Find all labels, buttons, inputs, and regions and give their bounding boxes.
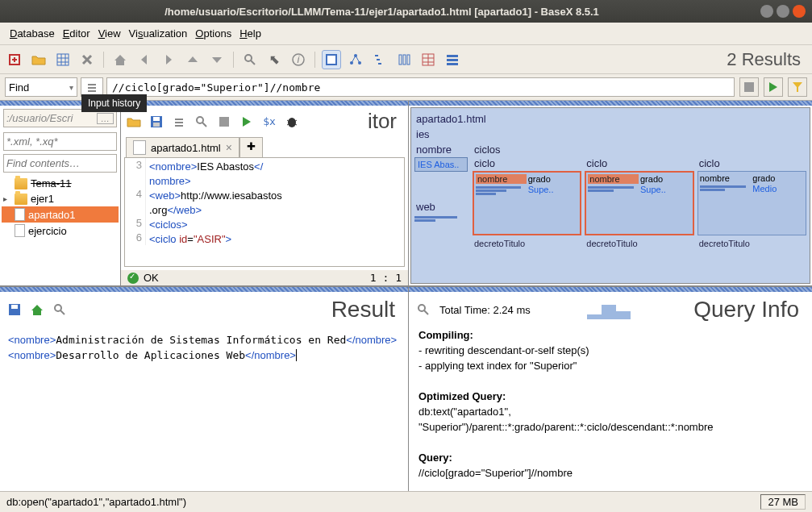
explore-view-icon[interactable] xyxy=(443,50,462,69)
svg-rect-34 xyxy=(88,84,96,85)
visualization-pane: apartado1.html ies nombre IES Abas.. web… xyxy=(409,101,812,285)
svg-line-11 xyxy=(251,60,255,65)
svg-rect-39 xyxy=(153,117,160,121)
svg-rect-36 xyxy=(88,90,96,92)
open-button[interactable] xyxy=(29,50,48,69)
nav-back-icon[interactable] xyxy=(135,50,154,69)
nav-up-icon[interactable] xyxy=(183,50,202,69)
tab-close-icon[interactable]: × xyxy=(226,141,232,154)
file-icon xyxy=(133,140,146,155)
window-title: /home/usuario/Escritorio/LLMM/Tema-11/ej… xyxy=(6,6,757,18)
timing-spark xyxy=(587,300,631,319)
svg-rect-33 xyxy=(447,63,458,65)
svg-rect-35 xyxy=(88,87,96,89)
debug-icon[interactable] xyxy=(282,112,302,131)
svg-rect-24 xyxy=(399,55,402,65)
find-dropdown[interactable]: Find xyxy=(5,77,77,97)
nav-down-icon[interactable] xyxy=(207,50,227,69)
tree-view-icon[interactable] xyxy=(346,50,365,69)
editor-code[interactable]: 3456 <nombre>IES Abastos</nombre> <web>h… xyxy=(124,157,405,267)
home-icon[interactable] xyxy=(27,300,47,319)
svg-line-45 xyxy=(202,123,206,127)
file-icon xyxy=(15,224,25,237)
search-icon[interactable] xyxy=(192,112,211,131)
viz-web-label: web xyxy=(414,199,468,214)
query-input[interactable] xyxy=(106,77,735,97)
viz-ciclo[interactable]: ciclo nombre gradoSupe.. decretoTitulo xyxy=(473,157,581,250)
svg-point-47 xyxy=(288,118,296,127)
viz-file-label: apartado1.html xyxy=(414,111,806,127)
window-close-button[interactable] xyxy=(793,5,806,18)
editor-tabs: apartado1.html× ✚ xyxy=(121,137,408,157)
titlebar: /home/usuario/Escritorio/LLMM/Tema-11/ej… xyxy=(0,0,812,23)
viz-ciclo[interactable]: ciclo nombre gradoSupe.. decretoTitulo xyxy=(585,157,693,250)
filter-input[interactable] xyxy=(3,132,117,151)
treemap-viz[interactable]: apartado1.html ies nombre IES Abas.. web… xyxy=(410,107,810,284)
editor-tab[interactable]: apartado1.html× xyxy=(126,137,239,157)
close-button[interactable] xyxy=(77,50,97,69)
tooltip: Input history xyxy=(81,94,147,112)
viz-nombre-box[interactable]: IES Abas.. xyxy=(414,157,468,172)
menu-view[interactable]: View xyxy=(95,26,124,41)
new-tab-button[interactable]: ✚ xyxy=(239,137,263,157)
svg-rect-31 xyxy=(447,55,458,57)
editor-view-icon[interactable] xyxy=(322,50,341,69)
menu-visualization[interactable]: Visualization xyxy=(126,26,191,41)
statusbar-text: db:open("apartado1","apartado1.html") xyxy=(6,496,186,508)
total-time: Total Time: 2.24 ms xyxy=(439,304,531,316)
tree-file-apartado1: apartado1 xyxy=(2,206,119,223)
result-body[interactable]: <nombre>Administración de Sistemas Infor… xyxy=(0,327,408,491)
tree-file-ejercicio: ejercicio xyxy=(2,223,119,239)
project-pane: :/usuario/Escri … Tema-11 ▸ejer1 apartad… xyxy=(0,101,121,285)
svg-point-10 xyxy=(245,55,252,61)
memory-indicator: 27 MB xyxy=(760,494,806,510)
stop-button[interactable] xyxy=(214,112,234,131)
search-icon[interactable] xyxy=(414,300,433,319)
home-icon[interactable] xyxy=(110,50,130,69)
menu-help[interactable]: Help xyxy=(236,26,264,41)
find-contents-input[interactable] xyxy=(3,154,117,173)
table-view-icon[interactable] xyxy=(418,50,438,69)
new-db-button[interactable] xyxy=(5,50,24,69)
input-history-button[interactable]: Input history xyxy=(81,77,103,97)
svg-point-44 xyxy=(197,117,203,123)
nav-forward-icon[interactable] xyxy=(159,50,178,69)
realtime-icon[interactable] xyxy=(264,50,284,69)
history-button[interactable] xyxy=(169,112,189,131)
path-browse-button[interactable]: … xyxy=(97,113,114,124)
search-icon[interactable] xyxy=(240,50,260,69)
svg-point-56 xyxy=(418,305,425,311)
menu-database[interactable]: Database xyxy=(6,26,58,41)
stop-button[interactable] xyxy=(739,77,759,97)
svg-rect-43 xyxy=(175,125,183,127)
save-button[interactable] xyxy=(5,300,24,319)
panel-header[interactable] xyxy=(409,101,812,106)
svg-rect-37 xyxy=(744,82,754,92)
open-button[interactable] xyxy=(124,112,144,131)
filter-button[interactable] xyxy=(788,77,807,97)
save-button[interactable] xyxy=(147,112,166,131)
file-tree[interactable]: Tema-11 ▸ejer1 apartado1 ejercicio xyxy=(0,174,120,285)
tree-folder-ejer1: ▸ejer1 xyxy=(2,191,119,206)
editor-pane: $x itor apartado1.html× ✚ 3456 <nombre>I… xyxy=(121,101,409,285)
queryinfo-body[interactable]: Compiling: - rewriting descendant-or-sel… xyxy=(409,327,812,491)
run-button[interactable] xyxy=(237,112,256,131)
info-icon[interactable]: i xyxy=(289,50,308,69)
viz-ciclos-label: ciclos xyxy=(473,142,806,157)
statusbar: db:open("apartado1","apartado1.html") 27… xyxy=(0,491,812,512)
file-icon xyxy=(15,208,25,221)
folder-view-icon[interactable] xyxy=(370,50,389,69)
search-icon[interactable] xyxy=(50,300,69,319)
plot-view-icon[interactable] xyxy=(394,50,414,69)
menu-editor[interactable]: Editor xyxy=(60,26,94,41)
window-maximize-button[interactable] xyxy=(777,5,789,18)
run-button[interactable] xyxy=(764,77,783,97)
querybar: Find Input history xyxy=(0,74,812,100)
window-minimize-button[interactable] xyxy=(760,5,773,18)
folder-icon xyxy=(15,178,27,189)
grid-icon[interactable] xyxy=(53,50,73,69)
menu-options[interactable]: Options xyxy=(192,26,235,41)
viz-ciclo[interactable]: ciclo nombre gradoMedio decretoTitulo xyxy=(697,157,806,250)
workspace: :/usuario/Escri … Tema-11 ▸ejer1 apartad… xyxy=(0,100,812,491)
vars-button[interactable]: $x xyxy=(260,112,279,131)
